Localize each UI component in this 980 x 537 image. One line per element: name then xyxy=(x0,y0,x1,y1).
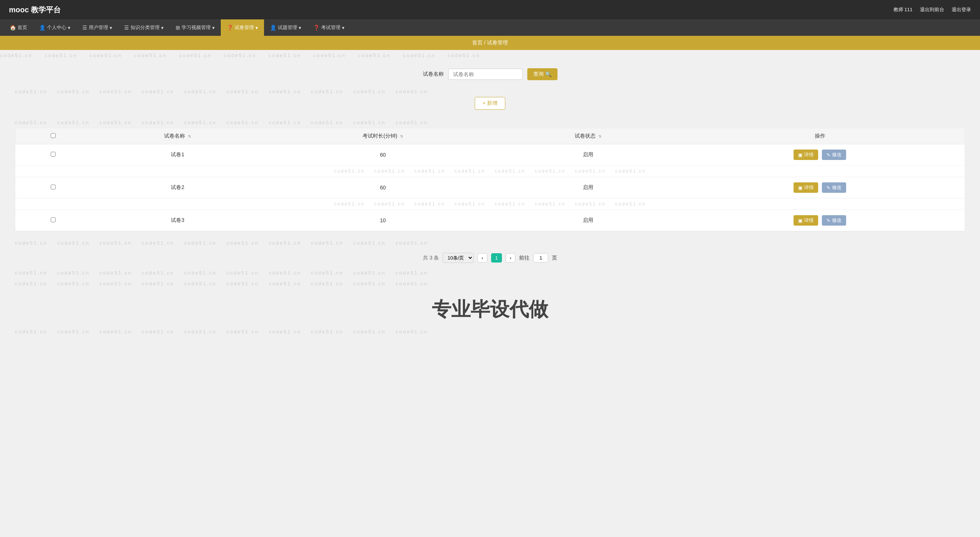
row-actions: ▣ 详情 ✎ 修改 xyxy=(675,210,965,231)
user-info: 教师 111 xyxy=(894,6,913,13)
edit-button[interactable]: ✎ 修改 xyxy=(822,182,846,193)
row-actions: ▣ 详情 ✎ 修改 xyxy=(675,144,965,165)
watermark-row-7: code51.cn code51.cn code51.cn code51.cn … xyxy=(15,326,965,337)
row-status: 启用 xyxy=(501,210,675,231)
detail-button[interactable]: ▣ 详情 xyxy=(794,149,818,160)
goto-label: 前往 xyxy=(519,255,530,261)
nav-item-home[interactable]: 🏠 首页 xyxy=(4,19,33,36)
pagination-bar: 共 3 条 10条/页 20条/页 50条/页 ‹ 1 › 前往 页 xyxy=(15,248,965,267)
table-row: 试卷2 60 启用 ▣ 详情 ✎ 修改 xyxy=(15,177,965,199)
promo-section: 专业毕设代做 xyxy=(15,289,965,326)
col-duration[interactable]: 考试时长(分钟) ⇅ xyxy=(265,128,501,144)
sort-icon-name: ⇅ xyxy=(188,134,191,138)
edit-button[interactable]: ✎ 修改 xyxy=(822,149,846,160)
add-button[interactable]: + 新增 xyxy=(475,97,505,110)
sort-icon-status: ⇅ xyxy=(598,134,601,138)
col-actions: 操作 xyxy=(675,128,965,144)
header: mooc 教学平台 教师 111 退出到前台 退出登录 xyxy=(0,0,980,19)
personal-icon: 👤 xyxy=(39,25,46,30)
prev-page-button[interactable]: ‹ xyxy=(477,253,487,262)
app-logo: mooc 教学平台 xyxy=(9,5,61,15)
row-status: 启用 xyxy=(501,177,675,199)
search-button[interactable]: 查询 🔍 xyxy=(527,68,557,80)
row-actions: ▣ 详情 ✎ 修改 xyxy=(675,177,965,199)
select-all-checkbox[interactable] xyxy=(51,133,56,138)
row-select-checkbox[interactable] xyxy=(51,152,56,157)
watermark-table-row: code51.cn code51.cn code51.cn code51.cn … xyxy=(15,199,965,210)
detail-button[interactable]: ▣ 详情 xyxy=(794,182,818,193)
sort-icon-duration: ⇅ xyxy=(400,134,403,138)
pagination-total: 共 3 条 xyxy=(423,255,439,261)
edit-button[interactable]: ✎ 修改 xyxy=(822,215,846,226)
search-bar: 试卷名称 查询 🔍 xyxy=(15,68,965,80)
col-status[interactable]: 试卷状态 ⇅ xyxy=(501,128,675,144)
exam-paper-icon: ❓ xyxy=(227,25,233,30)
watermark-row-4: code51.cn code51.cn code51.cn code51.cn … xyxy=(15,238,965,248)
header-actions: 教师 111 退出到前台 退出登录 xyxy=(894,6,971,13)
nav-item-exam[interactable]: ❓ 考试管理 ▾ xyxy=(307,19,350,36)
page-suffix: 页 xyxy=(552,255,557,261)
col-checkbox xyxy=(15,128,91,144)
detail-icon: ▣ xyxy=(798,218,802,223)
chevron-down-icon: ▾ xyxy=(255,25,258,30)
breadcrumb-bar: 首页 / 试卷管理 xyxy=(0,36,980,50)
watermark-row-5: code51.cn code51.cn code51.cn code51.cn … xyxy=(15,267,965,278)
detail-button[interactable]: ▣ 详情 xyxy=(794,215,818,226)
chevron-down-icon: ▾ xyxy=(68,25,70,30)
main-content: 试卷名称 查询 🔍 code51.cn code51.cn code51.cn … xyxy=(0,61,980,345)
row-checkbox xyxy=(15,210,91,231)
logout-button[interactable]: 退出登录 xyxy=(952,6,971,13)
question-icon: 👤 xyxy=(270,25,276,30)
breadcrumb-separator: / xyxy=(484,40,485,46)
row-name: 试卷2 xyxy=(91,177,265,199)
table-row: 试卷1 60 启用 ▣ 详情 ✎ 修改 xyxy=(15,144,965,165)
breadcrumb-home[interactable]: 首页 xyxy=(472,40,482,46)
col-name[interactable]: 试卷名称 ⇅ xyxy=(91,128,265,144)
nav-item-exam-paper[interactable]: ❓ 试卷管理 ▾ xyxy=(221,19,264,36)
chevron-down-icon: ▾ xyxy=(342,25,345,30)
nav-item-user[interactable]: ☰ 用户管理 ▾ xyxy=(76,19,118,36)
row-select-checkbox[interactable] xyxy=(51,184,56,189)
row-checkbox xyxy=(15,144,91,165)
edit-icon: ✎ xyxy=(826,185,830,191)
breadcrumb-current: 试卷管理 xyxy=(487,40,508,46)
edit-icon: ✎ xyxy=(826,218,830,223)
search-icon: 🔍 xyxy=(545,71,552,77)
row-select-checkbox[interactable] xyxy=(51,218,56,222)
watermark-row-3: code51.cn code51.cn code51.cn code51.cn … xyxy=(15,117,965,128)
row-duration: 60 xyxy=(265,144,501,165)
chevron-down-icon: ▾ xyxy=(161,25,164,30)
detail-icon: ▣ xyxy=(798,152,802,158)
add-bar: + 新增 xyxy=(15,97,965,110)
chevron-down-icon: ▾ xyxy=(110,25,112,30)
home-icon: 🏠 xyxy=(10,25,16,30)
current-page[interactable]: 1 xyxy=(491,253,502,262)
chevron-down-icon: ▾ xyxy=(212,25,215,30)
main-nav: 🏠 首页 👤 个人中心 ▾ ☰ 用户管理 ▾ ☰ 知识分类管理 ▾ ⊞ 学习视频… xyxy=(0,19,980,36)
row-duration: 10 xyxy=(265,210,501,231)
nav-item-question[interactable]: 👤 试题管理 ▾ xyxy=(264,19,307,36)
row-name: 试卷3 xyxy=(91,210,265,231)
table-header-row: 试卷名称 ⇅ 考试时长(分钟) ⇅ 试卷状态 ⇅ 操作 xyxy=(15,128,965,144)
watermark-row-1: code51.cn code51.cn code51.cn code51.cn … xyxy=(0,50,980,61)
back-to-frontend[interactable]: 退出到前台 xyxy=(920,6,944,13)
row-checkbox xyxy=(15,177,91,199)
edit-icon: ✎ xyxy=(826,152,830,158)
exam-paper-table: 试卷名称 ⇅ 考试时长(分钟) ⇅ 试卷状态 ⇅ 操作 xyxy=(15,128,965,232)
search-input[interactable] xyxy=(448,68,523,80)
chevron-down-icon: ▾ xyxy=(299,25,301,30)
row-name: 试卷1 xyxy=(91,144,265,165)
nav-item-knowledge[interactable]: ☰ 知识分类管理 ▾ xyxy=(118,19,170,36)
table-row: 试卷3 10 启用 ▣ 详情 ✎ 修改 xyxy=(15,210,965,231)
next-page-button[interactable]: › xyxy=(506,253,515,262)
nav-item-personal[interactable]: 👤 个人中心 ▾ xyxy=(33,19,76,36)
list-icon: ☰ xyxy=(83,25,87,30)
row-duration: 60 xyxy=(265,177,501,199)
nav-item-video[interactable]: ⊞ 学习视频管理 ▾ xyxy=(170,19,221,36)
row-status: 启用 xyxy=(501,144,675,165)
watermark-table-row: code51.cn code51.cn code51.cn code51.cn … xyxy=(15,165,965,177)
search-label: 试卷名称 xyxy=(423,71,444,78)
detail-icon: ▣ xyxy=(798,185,802,191)
per-page-select[interactable]: 10条/页 20条/页 50条/页 xyxy=(443,253,474,263)
page-goto-input[interactable] xyxy=(533,253,548,262)
